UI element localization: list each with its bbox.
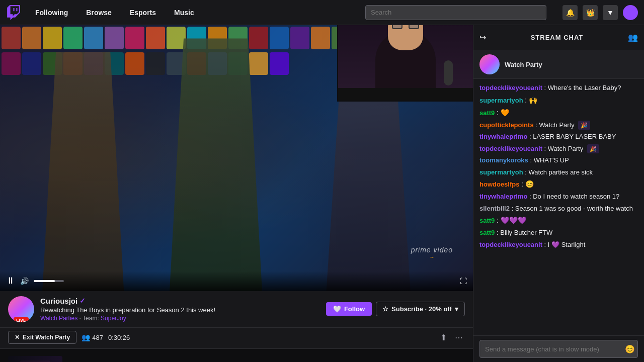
more-options-button[interactable]: ⋯ (453, 331, 465, 344)
chat-message-2: satt9 : 🧡 (479, 108, 638, 118)
subscribe-button[interactable]: ☆ Subscribe · 20% off ▾ (376, 302, 465, 316)
x-icon: ✕ (15, 334, 20, 341)
watch-parties-link[interactable]: Watch Parties (40, 315, 77, 322)
prime-video-watermark: prime video ~ (411, 246, 453, 261)
team-link[interactable]: SuperJoy (101, 315, 126, 322)
chat-message-12: satt9 : Billy Butcher FTW (479, 228, 638, 238)
action-row: ✕ Exit Watch Party 👥 487 0:30:26 ⬆ ⋯ (0, 328, 473, 349)
crown-button[interactable]: 👑 (583, 5, 598, 20)
chat-username-5[interactable]: topdecklikeyoueanit (479, 145, 542, 152)
chat-message-13: topdecklikeyoueanit : I 💜 Starlight (479, 240, 638, 250)
chat-text-2: : 🧡 (497, 109, 509, 117)
user-avatar[interactable] (623, 5, 638, 20)
chevron-down-icon: ▾ (455, 305, 458, 313)
main-layout: prime video ~ (0, 25, 644, 362)
chat-input-area: 😊 (473, 335, 644, 362)
watch-party-label: Watch Party (505, 61, 542, 68)
chat-username-11[interactable]: satt9 (479, 217, 495, 224)
watch-party-banner: Watch Party (473, 50, 644, 79)
stream-timestamp: 0:30:26 (108, 334, 130, 341)
volume-button[interactable]: 🔊 (20, 277, 29, 285)
chat-username-9[interactable]: tinywhaleprimo (479, 193, 527, 200)
star-icon: ☆ (382, 305, 388, 313)
chat-username-3[interactable]: cupofticklepoints (479, 121, 534, 129)
chat-username-4[interactable]: tinywhaleprimo (479, 133, 527, 140)
chat-username-1[interactable]: supermartyoh (479, 97, 523, 104)
streamer-username[interactable]: Curiousjoi (40, 297, 77, 305)
chat-text-5: : Watch Party (544, 145, 584, 152)
chat-message-5: topdecklikeyoueanit : Watch Party 🎉 (479, 144, 638, 154)
chat-username-10[interactable]: silentbill2 (479, 205, 510, 212)
play-pause-button[interactable]: ⏸ (6, 276, 15, 286)
chat-message-7: supermartyoh : Watch parties are sick (479, 167, 638, 177)
chat-text-1: : 🙌 (525, 96, 537, 104)
follow-button[interactable]: 🤍 Follow (326, 302, 372, 316)
chat-username-2[interactable]: satt9 (479, 109, 495, 117)
chat-username-6[interactable]: toomanykoroks (479, 156, 528, 164)
webcam-person (338, 25, 473, 101)
chat-text-13: : I 💜 Starlight (544, 241, 586, 248)
nav-following[interactable]: Following (31, 7, 72, 19)
verified-icon: ✓ (79, 297, 86, 305)
heart-icon: 🤍 (333, 305, 341, 313)
chat-username-12[interactable]: satt9 (479, 229, 495, 236)
chat-manage-button[interactable]: 👥 (628, 33, 638, 42)
twitch-logo[interactable] (6, 5, 21, 20)
content-area: prime video ~ (0, 25, 473, 362)
chat-username-7[interactable]: supermartyoh (479, 168, 523, 176)
stream-info-text: Curiousjoi ✓ Rewatching The Boys in prep… (40, 297, 320, 322)
chat-send-button[interactable]: 😊 (625, 344, 635, 354)
chat-messages-area: topdecklikeyoueanit : Where's the Laser … (473, 79, 644, 335)
chat-input[interactable] (479, 340, 638, 358)
chat-text-4: : LASER BABY LASER BABY (529, 133, 616, 140)
streamer-avatar[interactable]: LIVE (8, 296, 34, 322)
streamer-name-row: Curiousjoi ✓ (40, 297, 320, 305)
chat-text-7: : Watch parties are sick (525, 168, 593, 176)
webcam-overlay (337, 25, 473, 102)
thumbnail-inner (8, 356, 62, 362)
person-icon: 👥 (82, 333, 90, 341)
notifications-button[interactable]: 🔔 (562, 5, 578, 20)
chat-title: STREAM CHAT (490, 34, 624, 41)
action-icons-group: ⬆ ⋯ (438, 331, 465, 344)
chat-text-11: : 💜💜💜 (497, 216, 526, 224)
chat-text-0: : Where's the Laser Baby? (544, 84, 621, 92)
nav-esports[interactable]: Esports (126, 7, 160, 19)
chat-text-10: : Season 1 was so good - worth the watch (512, 205, 633, 212)
search-container (365, 5, 546, 20)
stream-info-bar: LIVE Curiousjoi ✓ Rewatching The Boys in… (0, 291, 473, 328)
chat-text-3: : Watch Party (535, 121, 575, 129)
person-head (388, 25, 423, 50)
chat-message-0: topdecklikeyoueanit : Where's the Laser … (479, 83, 638, 93)
chat-message-3: cupofticklepoints : Watch Party 🎉 (479, 120, 638, 130)
chat-header: ↪ STREAM CHAT 👥 (473, 25, 644, 50)
nav-right-actions: 🔔 👑 ▼ (562, 5, 638, 20)
chat-message-1: supermartyoh : 🙌 (479, 95, 638, 106)
nav-browse[interactable]: Browse (82, 7, 116, 19)
chat-message-10: silentbill2 : Season 1 was so good - wor… (479, 204, 638, 214)
video-thumbnail (8, 356, 62, 362)
viewer-number: 487 (92, 334, 103, 341)
chat-message-11: satt9 : 💜💜💜 (479, 215, 638, 226)
video-controls-bar: ⏸ 🔊 ⛶ (0, 271, 473, 291)
chat-back-button[interactable]: ↪ (479, 33, 486, 42)
chat-text-9: : Do I need to watch season 1? (529, 193, 619, 200)
search-input[interactable] (365, 5, 546, 20)
dropdown-button[interactable]: ▼ (603, 5, 618, 20)
chat-username-0[interactable]: topdecklikeyoueanit (479, 84, 542, 92)
share-button[interactable]: ⬆ (438, 331, 449, 344)
chat-username-8[interactable]: howdoeslfps (479, 180, 519, 188)
live-badge: LIVE (14, 317, 29, 322)
top-navigation: Following Browse Esports Music 🔔 👑 ▼ (0, 0, 644, 25)
watch-party-avatar (479, 54, 500, 74)
exit-watch-party-button[interactable]: ✕ Exit Watch Party (8, 331, 76, 344)
stream-meta: Watch Parties · Team: SuperJoy (40, 315, 320, 322)
stream-actions: 🤍 Follow ☆ Subscribe · 20% off ▾ (326, 302, 465, 316)
video-player[interactable]: prime video ~ (0, 25, 473, 291)
chat-text-8: : 😊 (521, 180, 534, 188)
nav-music[interactable]: Music (170, 7, 198, 19)
volume-slider[interactable] (34, 280, 64, 282)
chat-username-13[interactable]: topdecklikeyoueanit (479, 241, 542, 248)
chat-message-6: toomanykoroks : WHAT'S UP (479, 155, 638, 165)
fullscreen-button[interactable]: ⛶ (460, 277, 467, 285)
